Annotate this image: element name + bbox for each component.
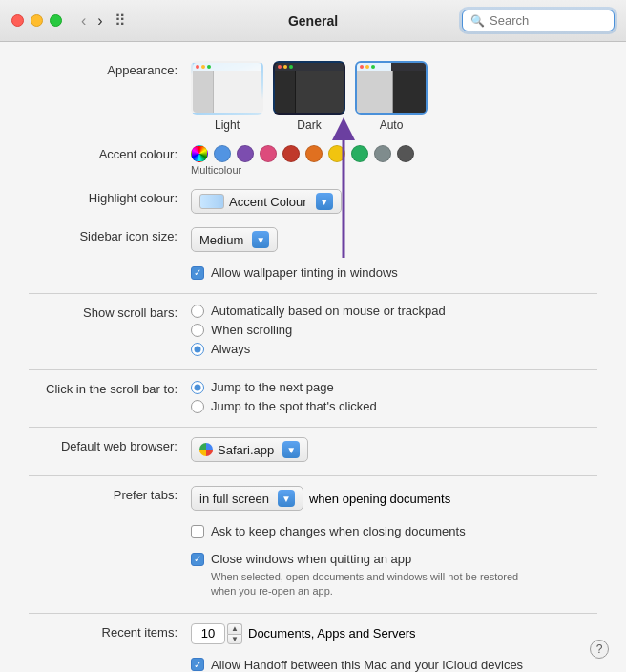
sidebar-size-value: Medium bbox=[199, 233, 243, 247]
accent-colour-content: Multicolour bbox=[191, 145, 597, 176]
scroll-auto-row[interactable]: Automatically based on mouse or trackpad bbox=[191, 304, 446, 318]
chevron-down-icon: ▼ bbox=[282, 494, 291, 504]
highlight-colour-label: Highlight colour: bbox=[29, 189, 191, 205]
help-button[interactable]: ? bbox=[590, 640, 609, 659]
settings-content: Appearance: bbox=[0, 42, 626, 672]
accent-colour-label: Accent colour: bbox=[29, 145, 191, 161]
accent-red[interactable] bbox=[282, 145, 300, 162]
sidebar-icon-size-dropdown[interactable]: Medium ▼ bbox=[191, 227, 278, 252]
default-browser-dropdown[interactable]: Safari.app ▼ bbox=[191, 437, 308, 462]
recent-items-decrement[interactable]: ▼ bbox=[227, 634, 242, 644]
ask-keep-changes-checkbox[interactable] bbox=[191, 525, 204, 538]
recent-items-input[interactable] bbox=[191, 623, 225, 644]
prefer-tabs-label: Prefer tabs: bbox=[29, 486, 191, 502]
safari-icon bbox=[199, 443, 213, 456]
minimize-button[interactable] bbox=[31, 14, 43, 27]
click-scroll-label: Click in the scroll bar to: bbox=[29, 380, 191, 396]
prefer-tabs-suffix: when opening documents bbox=[309, 492, 450, 506]
grid-button[interactable]: ⠿ bbox=[115, 11, 126, 30]
default-browser-content: Safari.app ▼ bbox=[191, 437, 597, 462]
accent-colour-row: Accent colour: Multico bbox=[29, 145, 597, 176]
appearance-auto-label: Auto bbox=[380, 118, 404, 132]
wallpaper-tinting-checkbox[interactable] bbox=[191, 266, 204, 280]
search-icon: 🔍 bbox=[470, 14, 485, 28]
click-spot-row[interactable]: Jump to the spot that's clicked bbox=[191, 399, 377, 413]
accent-gray[interactable] bbox=[374, 145, 391, 162]
back-button[interactable]: ‹ bbox=[77, 10, 90, 32]
close-windows-checkbox[interactable] bbox=[191, 553, 204, 566]
close-windows-checkbox-row[interactable]: Close windows when quitting an app bbox=[191, 552, 411, 566]
prefer-tabs-dropdown[interactable]: in full screen ▼ bbox=[191, 486, 303, 511]
scroll-scrolling-row[interactable]: When scrolling bbox=[191, 323, 446, 337]
scroll-always-row[interactable]: Always bbox=[191, 342, 446, 356]
scroll-always-label: Always bbox=[211, 342, 250, 356]
chevron-down-icon: ▼ bbox=[286, 445, 296, 455]
click-scroll-row: Click in the scroll bar to: Jump to the … bbox=[29, 380, 597, 413]
ask-keep-changes-row: Ask to keep changes when closing documen… bbox=[191, 524, 597, 538]
close-windows-label: Close windows when quitting an app bbox=[211, 552, 411, 566]
wallpaper-tinting-content: Allow wallpaper tinting in windows bbox=[191, 265, 597, 280]
question-mark-icon: ? bbox=[596, 642, 603, 656]
scroll-scrolling-radio[interactable] bbox=[191, 324, 204, 337]
recent-items-stepper-buttons: ▲ ▼ bbox=[227, 623, 242, 644]
click-next-page-row[interactable]: Jump to the next page bbox=[191, 380, 377, 394]
chevron-down-icon: ▼ bbox=[256, 235, 265, 245]
scroll-scrolling-label: When scrolling bbox=[211, 323, 292, 337]
accent-darkgray[interactable] bbox=[397, 145, 414, 162]
sidebar-icon-size-content: Medium ▼ bbox=[191, 227, 597, 252]
allow-handoff-checkbox-row[interactable]: Allow Handoff between this Mac and your … bbox=[191, 658, 523, 672]
appearance-auto[interactable]: Auto bbox=[355, 61, 428, 132]
scroll-always-radio[interactable] bbox=[191, 343, 204, 356]
maximize-button[interactable] bbox=[50, 14, 62, 27]
wallpaper-tinting-checkbox-row[interactable]: Allow wallpaper tinting in windows bbox=[191, 265, 398, 280]
accent-pink[interactable] bbox=[260, 145, 277, 162]
wallpaper-tinting-row: Allow wallpaper tinting in windows bbox=[191, 265, 597, 280]
traffic-lights bbox=[11, 14, 62, 27]
search-box[interactable]: 🔍 bbox=[462, 10, 615, 32]
page-title: General bbox=[288, 13, 338, 29]
highlight-dropdown-arrow: ▼ bbox=[316, 193, 333, 210]
divider-4 bbox=[29, 475, 597, 476]
prefer-tabs-row: Prefer tabs: in full screen ▼ when openi… bbox=[29, 486, 597, 511]
click-spot-radio[interactable] bbox=[191, 400, 204, 413]
recent-items-label: Recent items: bbox=[29, 623, 191, 640]
appearance-options: Light bbox=[191, 61, 597, 132]
accent-multicolor[interactable] bbox=[191, 145, 208, 162]
accent-purple[interactable] bbox=[237, 145, 254, 162]
ask-keep-changes-checkbox-row[interactable]: Ask to keep changes when closing documen… bbox=[191, 524, 466, 538]
forward-button[interactable]: › bbox=[94, 10, 106, 32]
click-next-page-radio[interactable] bbox=[191, 381, 204, 394]
sidebar-dropdown-arrow: ▼ bbox=[252, 231, 269, 248]
divider-1 bbox=[29, 293, 597, 294]
appearance-auto-thumb bbox=[355, 61, 428, 115]
accent-orange[interactable] bbox=[305, 145, 323, 162]
search-input[interactable] bbox=[490, 13, 606, 28]
scroll-auto-radio[interactable] bbox=[191, 304, 204, 318]
accent-blue[interactable] bbox=[214, 145, 231, 162]
allow-handoff-content: Allow Handoff between this Mac and your … bbox=[191, 658, 597, 672]
accent-green[interactable] bbox=[351, 145, 368, 162]
appearance-light[interactable]: Light bbox=[191, 61, 263, 132]
appearance-light-label: Light bbox=[215, 118, 240, 132]
ask-keep-changes-content: Ask to keep changes when closing documen… bbox=[191, 524, 597, 538]
ask-keep-changes-label: Ask to keep changes when closing documen… bbox=[211, 524, 466, 538]
multicolour-label: Multicolour bbox=[191, 164, 241, 176]
tabs-dropdown-arrow: ▼ bbox=[278, 490, 295, 507]
default-browser-label: Default web browser: bbox=[29, 437, 191, 453]
click-next-page-label: Jump to the next page bbox=[211, 380, 334, 394]
appearance-dark[interactable]: Dark bbox=[273, 61, 345, 132]
allow-handoff-checkbox[interactable] bbox=[191, 658, 204, 671]
highlight-colour-dropdown[interactable]: Accent Colour ▼ bbox=[191, 189, 342, 214]
close-windows-note: When selected, open documents and window… bbox=[211, 570, 535, 599]
recent-items-row: Recent items: ▲ ▼ Documents, Apps and Se… bbox=[29, 623, 597, 644]
accent-yellow[interactable] bbox=[328, 145, 345, 162]
divider-3 bbox=[29, 427, 597, 428]
recent-items-suffix: Documents, Apps and Servers bbox=[248, 626, 416, 640]
scroll-bars-radio-group: Automatically based on mouse or trackpad… bbox=[191, 304, 446, 356]
recent-items-increment[interactable]: ▲ bbox=[227, 623, 242, 634]
close-button[interactable] bbox=[11, 14, 24, 27]
show-scroll-bars-row: Show scroll bars: Automatically based on… bbox=[29, 304, 597, 356]
allow-handoff-row: Allow Handoff between this Mac and your … bbox=[191, 658, 597, 672]
browser-value: Safari.app bbox=[218, 443, 274, 457]
appearance-row: Appearance: bbox=[29, 61, 597, 132]
